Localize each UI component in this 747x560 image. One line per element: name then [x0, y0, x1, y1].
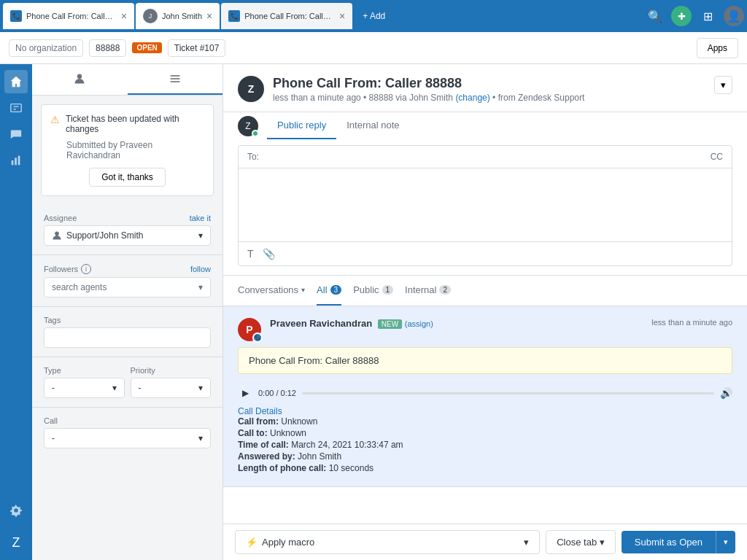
svg-rect-4 — [15, 158, 17, 165]
tab-phone-call-105[interactable]: 📞 Phone Call From: Caller ... #105 × — [3, 3, 134, 29]
conv-tab-conversations[interactable]: Conversations ▾ — [238, 276, 305, 306]
chat-icon — [9, 128, 23, 141]
all-badge: 3 — [330, 285, 342, 295]
alert-title: ⚠ Ticket has been updated with changes — [50, 114, 204, 134]
reply-avatar-container: Z — [238, 116, 258, 136]
priority-label: Priority — [131, 366, 155, 375]
call-section: Call - ▾ — [32, 408, 222, 457]
conv-message: Phone Call From: Caller 88888 — [238, 347, 732, 374]
main-content: Z Phone Call From: Caller 88888 less tha… — [223, 64, 747, 560]
reply-to-input[interactable] — [265, 152, 705, 162]
nav-chat[interactable] — [4, 122, 28, 146]
assignee-select[interactable]: Support/John Smith ▾ — [44, 225, 211, 246]
call-from-row: Call from: Unknown — [238, 416, 732, 427]
apps-button[interactable]: Apps — [697, 38, 738, 58]
tab-actions: 🔍 ✚ ⊞ 👤 — [645, 6, 744, 26]
profile-tab-user[interactable] — [32, 64, 128, 95]
text-format-button[interactable]: T — [247, 248, 254, 260]
conv-assign-link[interactable]: (assign) — [405, 319, 433, 328]
nav-settings[interactable] — [4, 499, 28, 522]
close-tab-button[interactable]: Close tab ▾ — [546, 530, 616, 554]
type-select[interactable]: - ▾ — [44, 378, 125, 398]
conv-avatar-container: P 📞 — [238, 318, 261, 341]
tab-avatar-2: J — [143, 9, 158, 23]
attach-button[interactable]: 📎 — [263, 248, 275, 260]
call-details-link[interactable]: Call Details — [238, 406, 282, 416]
call-details: Call Details Call from: Unknown Call to:… — [238, 406, 732, 473]
svg-rect-3 — [12, 160, 14, 165]
public-tab-label: Public — [353, 284, 379, 295]
reply-body[interactable] — [239, 168, 732, 241]
nav-zendesk-logo: Z — [4, 531, 28, 554]
audio-player: ▶ 0:00 / 0:12 🔊 — [238, 383, 732, 406]
play-button[interactable]: ▶ — [238, 386, 252, 400]
lightning-icon: ⚡ — [246, 537, 258, 548]
priority-field: Priority - ▾ — [131, 366, 212, 398]
tags-input[interactable] — [44, 327, 211, 348]
conv-author: Praveen Ravichandran — [270, 318, 372, 329]
nav-home[interactable] — [4, 70, 28, 93]
grid-button[interactable]: ⊞ — [697, 6, 718, 26]
search-button[interactable]: 🔍 — [645, 6, 665, 26]
all-tab-label: All — [317, 284, 327, 295]
type-priority-section: Type - ▾ Priority - ▾ — [32, 357, 222, 407]
conv-new-badge: NEW — [378, 319, 402, 329]
macro-label: Apply macro — [262, 537, 314, 548]
conv-avatar-badge: 📞 — [252, 332, 263, 343]
assignee-chevron-icon: ▾ — [198, 230, 203, 241]
followers-section: Followers i follow search agents ▾ — [32, 255, 222, 306]
svg-rect-7 — [170, 75, 179, 77]
conv-item-header: P 📞 Praveen Ravichandran NEW (assign) le… — [238, 318, 732, 341]
change-link[interactable]: (change) — [455, 93, 489, 103]
priority-select[interactable]: - ▾ — [131, 378, 212, 398]
internal-tab-label: Internal — [405, 284, 436, 295]
tab-close-2[interactable]: × — [206, 10, 212, 22]
audio-progress[interactable] — [302, 392, 714, 394]
call-chevron-icon: ▾ — [198, 433, 203, 443]
follow-link[interactable]: follow — [190, 265, 211, 273]
svg-point-10 — [55, 231, 59, 236]
take-it-link[interactable]: take it — [190, 214, 211, 222]
home-icon — [9, 75, 23, 88]
conv-tab-all[interactable]: All 3 — [317, 276, 341, 306]
volume-button[interactable]: 🔊 — [720, 387, 732, 399]
call-select[interactable]: - ▾ — [44, 428, 211, 448]
ticket-avatar: Z — [238, 76, 264, 102]
conv-tab-internal[interactable]: Internal 2 — [405, 276, 451, 306]
tab-add[interactable]: + Add — [354, 11, 394, 21]
nav-tickets[interactable] — [4, 96, 28, 120]
profile-tabs — [32, 64, 222, 96]
got-it-button[interactable]: Got it, thanks — [89, 168, 166, 187]
profile-tab-properties[interactable] — [128, 64, 223, 95]
avatar-button[interactable]: 👤 — [724, 6, 744, 26]
svg-rect-0 — [11, 104, 21, 112]
left-panel: ⚠ Ticket has been updated with changes S… — [32, 64, 223, 560]
followers-search[interactable]: search agents ▾ — [44, 277, 211, 298]
tab-close-1[interactable]: × — [121, 10, 127, 22]
assignee-label: Assignee — [44, 214, 77, 222]
type-priority-grid: Type - ▾ Priority - ▾ — [44, 366, 211, 398]
tab-phone-call-107[interactable]: 📞 Phone Call From: Caller ... #107 × — [221, 3, 352, 29]
svg-rect-8 — [170, 78, 179, 79]
followers-label: Followers — [44, 265, 78, 273]
tags-section: Tags — [32, 307, 222, 357]
tab-close-3[interactable]: × — [339, 10, 345, 22]
nav-reports[interactable] — [4, 149, 28, 172]
apply-macro-button[interactable]: ⚡ Apply macro ▾ — [235, 530, 540, 554]
close-tab-chevron-icon: ▾ — [600, 537, 605, 548]
reply-toolbar: T 📎 — [239, 241, 732, 265]
org-badge[interactable]: No organization — [9, 39, 83, 57]
cc-button[interactable]: CC — [711, 152, 723, 162]
conv-time: less than a minute ago — [651, 318, 732, 327]
ticket-more-button[interactable]: ▾ — [714, 76, 732, 94]
tab-public-reply[interactable]: Public reply — [267, 112, 336, 139]
time-of-call-value: March 24, 2021 10:33:47 am — [291, 440, 403, 450]
tab-internal-note[interactable]: Internal note — [336, 112, 409, 139]
call-to-value: Unknown — [270, 428, 306, 438]
compose-button[interactable]: ✚ — [671, 6, 692, 26]
tab-john-smith[interactable]: J John Smith × — [136, 3, 220, 29]
conv-tab-public[interactable]: Public 1 — [353, 276, 393, 306]
submit-dropdown-button[interactable]: ▾ — [716, 531, 735, 553]
submit-button[interactable]: Submit as Open — [622, 531, 716, 553]
add-tab-label: + Add — [363, 11, 385, 21]
